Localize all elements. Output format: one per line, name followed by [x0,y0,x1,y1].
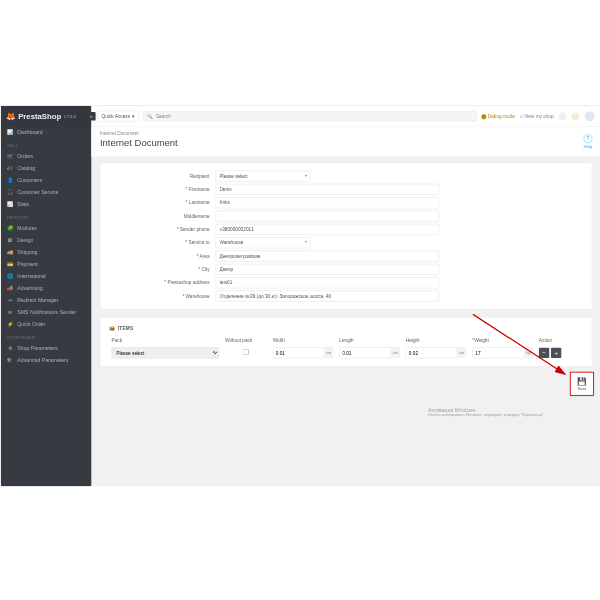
sidebar-item-sms[interactable]: ✉SMS Notifications Sender [1,306,91,318]
sidebar-label: Advanced Parameters [17,357,68,363]
help-label: Help [583,144,592,149]
sidebar-label: Modules [17,225,37,231]
sender-phone-input[interactable] [216,224,440,235]
middlename-input[interactable] [216,210,440,221]
service-to-select[interactable]: Warehouse [216,237,311,248]
sidebar-item-customer-service[interactable]: 🎧Customer Service [1,186,91,198]
recipient-select[interactable]: Please select [216,171,311,182]
sidebar-item-quick-order[interactable]: ⚡Quick Order [1,318,91,330]
lastname-input[interactable] [216,197,440,208]
table-header: Pack Without pack Width Length Height *W… [109,336,583,345]
sidebar-label: Quick Order [17,321,45,327]
add-item-button[interactable]: + [551,348,561,358]
weight-input[interactable] [472,347,524,358]
prestashop-address-label: Prestashop address [108,280,216,285]
sidebar-label: SMS Notifications Sender [17,309,76,315]
sidebar-item-shop-parameters[interactable]: ⚙Shop Parameters [1,342,91,354]
without-pack-checkbox[interactable] [243,349,249,355]
area-input[interactable] [216,250,440,261]
search-input[interactable]: 🔍Search [143,111,477,122]
col-without-pack: Without pack [222,336,269,345]
height-input[interactable] [406,347,458,358]
sidebar-item-design[interactable]: 🖥Design [1,234,91,246]
sidebar-item-stats[interactable]: 📈Stats [1,198,91,210]
view-shop-link[interactable]: ⌂ View my shop [520,114,554,119]
headset-icon: 🎧 [7,189,13,195]
breadcrumb: Internet Document [100,131,592,136]
debug-mode[interactable]: ⬤ Debug mode [481,113,515,119]
col-action: Action [536,336,583,345]
prestashop-address-input[interactable] [216,277,440,288]
col-height: Height [403,336,469,345]
sidebar-item-catalog[interactable]: 🏷Catalog [1,162,91,174]
document-form-panel: RecipientPlease select Firstname Lastnam… [100,163,592,310]
lastname-label: Lastname [108,200,216,205]
sidebar-section-improve: IMPROVE [1,210,91,222]
sidebar-item-shipping[interactable]: 🚚Shipping [1,246,91,258]
avatar[interactable] [585,111,595,121]
sidebar-item-redirect[interactable]: ↪Redirect Manager [1,294,91,306]
firstname-input[interactable] [216,184,440,195]
sidebar-item-international[interactable]: 🌐International [1,270,91,282]
sidebar-item-advertising[interactable]: 📣Advertising [1,282,91,294]
col-length: Length [337,336,403,345]
items-panel: 📦ITEMS Pack Without pack Width Length He… [100,317,592,366]
help-button[interactable]: ? Help [583,134,592,148]
unit-cm: см [391,347,400,358]
sms-icon: ✉ [7,309,13,315]
warehouse-label: Warehouse [108,293,216,298]
recipient-label: Recipient [108,174,216,179]
box-icon: 📦 [109,325,115,331]
user-icon: 👤 [7,177,13,183]
firstname-label: Firstname [108,187,216,192]
sidebar-section-configure: CONFIGURE [1,330,91,342]
save-icon: 💾 [577,376,586,385]
sidebar: 🦊 PrestaShop 1.7.6.4 📊Dashboard SELL 🛒Or… [1,106,91,486]
remove-item-button[interactable]: − [539,348,549,358]
unit-kg: kg [524,347,532,358]
city-input[interactable] [216,264,440,275]
col-weight: *Weight [470,336,536,345]
warehouse-input[interactable] [216,290,440,301]
sidebar-item-advanced-parameters[interactable]: 🛠Advanced Parameters [1,354,91,366]
area-label: Area [108,253,216,258]
sidebar-item-customers[interactable]: 👤Customers [1,174,91,186]
brand-logo: 🦊 PrestaShop 1.7.6.4 [1,106,91,127]
width-input[interactable] [273,347,325,358]
sidebar-label: Design [17,237,33,243]
sidebar-label: Redirect Manager [17,297,58,303]
col-pack: Pack [109,336,222,345]
search-icon: 🔍 [147,113,153,119]
dashboard-icon: 📊 [7,130,13,136]
gear-icon: ⚙ [7,345,13,351]
notifications-icon[interactable] [559,112,567,120]
city-label: City [108,267,216,272]
search-placeholder: Search [156,114,171,119]
chart-icon: 📈 [7,201,13,207]
sidebar-item-payment[interactable]: 💳Payment [1,258,91,270]
trophy-icon[interactable] [572,112,580,120]
length-input[interactable] [339,347,391,358]
quick-access-dropdown[interactable]: Quick Access▾ [97,111,139,122]
sidebar-item-orders[interactable]: 🛒Orders [1,150,91,162]
sender-phone-label: Sender phone [108,227,216,232]
card-icon: 💳 [7,261,13,267]
save-label: Save [578,387,587,391]
quick-access-label: Quick Access [102,114,130,119]
help-icon: ? [584,134,593,143]
sidebar-label: Dashboard [17,130,42,136]
middlename-label: Middlename [108,214,216,219]
pack-select[interactable]: Please select [112,347,219,358]
sidebar-label: Orders [17,153,33,159]
chevron-down-icon: ▾ [132,113,135,119]
sidebar-label: Catalog [17,165,35,171]
sidebar-collapse[interactable]: « [87,112,96,121]
save-button[interactable]: 💾 Save [570,372,594,396]
page-header: Internet Document Internet Document ? He… [91,127,600,157]
arrows-icon: ↪ [7,297,13,303]
sidebar-label: Stats [17,201,29,207]
main-content: RecipientPlease select Firstname Lastnam… [91,157,600,486]
sidebar-item-modules[interactable]: 🧩Modules [1,222,91,234]
sidebar-item-dashboard[interactable]: 📊Dashboard [1,127,91,139]
logo-icon: 🦊 [6,112,15,121]
